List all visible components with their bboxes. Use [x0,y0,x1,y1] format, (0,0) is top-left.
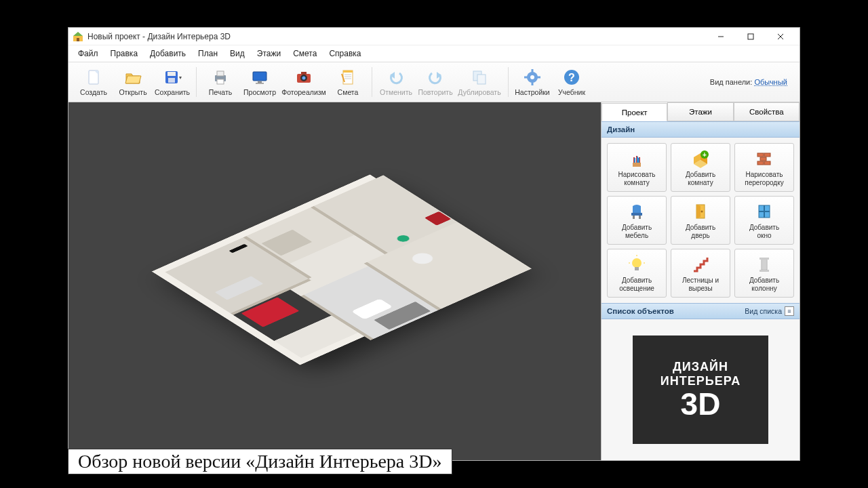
menubar: Файл Правка Добавить План Вид Этажи Смет… [68,45,800,62]
app-icon [73,31,83,42]
print-button[interactable]: Печать [201,64,240,100]
panel-mode: Вид панели: Обычный [710,78,794,86]
svg-rect-33 [532,69,534,73]
svg-rect-10 [167,72,176,76]
svg-rect-17 [256,83,264,84]
close-button[interactable] [766,28,795,45]
section-objects: Список объектов Вид списка ≡ [601,303,800,319]
add-room-icon: + [690,148,711,169]
menu-help[interactable]: Справка [323,47,366,60]
tutorial-button[interactable]: ? Учебник [552,64,591,100]
door-icon [690,201,711,222]
chair-icon [627,201,647,222]
gear-icon [523,68,542,87]
add-door-button[interactable]: Добавитьдверь [671,196,730,245]
new-icon [84,68,103,87]
photorealism-button[interactable]: Фотореализм [279,64,328,100]
window-title: Новый проект - Дизайн Интерьера 3D [87,32,706,41]
tool-grid: Нарисоватькомнату + Добавитькомнату Нари… [601,138,800,303]
add-furniture-button[interactable]: Добавитьмебель [607,196,667,245]
draw-room-button[interactable]: Нарисоватькомнату [607,143,667,192]
svg-point-20 [302,77,306,80]
svg-rect-51 [633,216,635,219]
stairs-icon [690,254,711,274]
menu-edit[interactable]: Правка [105,47,144,60]
object-list: ДИЗАЙН ИНТЕРЬЕРА 3D [601,319,800,460]
video-caption: Обзор новой версии «Дизайн Интерьера 3D» [68,449,452,474]
menu-add[interactable]: Добавить [144,47,191,60]
svg-rect-21 [301,72,307,75]
folder-icon [123,68,142,87]
preview-button[interactable]: Просмотр [240,64,279,100]
svg-rect-46 [764,153,770,157]
create-button[interactable]: Создать [74,64,113,100]
minimize-button[interactable] [706,28,736,45]
camera-icon [294,68,313,87]
svg-rect-39 [633,163,641,167]
3d-viewport[interactable] [68,102,601,460]
svg-rect-48 [757,161,764,165]
menu-estimate[interactable]: Смета [288,47,322,60]
add-column-button[interactable]: Добавитьколонну [734,249,794,298]
svg-marker-1 [73,32,83,36]
save-icon: ▾ [163,68,182,87]
menu-floors[interactable]: Этажи [252,47,286,60]
svg-rect-50 [631,213,642,216]
svg-rect-2 [77,38,79,41]
side-tabs: Проект Этажи Свойства [601,102,800,121]
svg-rect-16 [258,81,262,83]
duplicate-button[interactable]: Дублировать [455,64,504,100]
tab-project[interactable]: Проект [601,103,667,121]
duplicate-icon [470,68,489,87]
svg-point-59 [632,258,642,268]
main-area: Проект Этажи Свойства Дизайн Нарисоватьк… [68,102,800,460]
svg-rect-4 [748,34,753,39]
menu-plan[interactable]: План [193,47,223,60]
menu-view[interactable]: Вид [224,47,250,60]
add-window-button[interactable]: Добавитьокно [734,196,794,245]
toolbar: Создать Открыть ▾ Сохранить Печать [68,62,800,102]
redo-button[interactable]: Повторить [416,64,455,100]
svg-rect-66 [760,270,769,272]
open-button[interactable]: Открыть [113,64,153,100]
app-window: Новый проект - Дизайн Интерьера 3D Файл … [68,27,800,461]
redo-icon [426,68,445,87]
undo-icon [387,68,406,87]
add-room-button[interactable]: + Добавитькомнату [671,143,730,192]
titlebar: Новый проект - Дизайн Интерьера 3D [68,28,800,45]
svg-rect-36 [537,77,540,79]
stairs-button[interactable]: Лестницы ивырезы [671,249,730,298]
svg-rect-23 [343,70,353,73]
svg-rect-30 [477,75,486,84]
svg-rect-49 [764,161,770,165]
settings-button[interactable]: Настройки [513,64,552,100]
svg-point-55 [701,211,703,213]
list-view-icon[interactable]: ≡ [785,306,794,316]
add-light-button[interactable]: Добавитьосвещение [607,249,667,298]
monitor-icon [250,68,269,87]
svg-rect-60 [635,267,639,270]
maximize-button[interactable] [736,28,766,45]
logo-box: ДИЗАЙН ИНТЕРЬЕРА 3D [633,336,768,444]
dropdown-icon: ▾ [179,75,182,81]
wall-icon [754,148,774,169]
tab-properties[interactable]: Свойства [734,102,800,121]
svg-rect-45 [757,153,764,157]
svg-rect-15 [253,72,267,81]
svg-rect-52 [639,216,641,219]
svg-point-32 [530,75,534,79]
panel-mode-link[interactable]: Обычный [754,78,787,86]
menu-file[interactable]: Файл [73,47,104,60]
save-button[interactable]: ▾ Сохранить [153,64,192,100]
bulb-icon [627,254,647,274]
undo-button[interactable]: Отменить [376,64,416,100]
svg-text:?: ? [568,72,575,83]
brush-icon [627,148,647,169]
column-icon [754,254,774,274]
svg-rect-14 [217,79,224,84]
svg-rect-35 [524,77,528,79]
estimate-button[interactable]: Смета [328,64,368,100]
draw-partition-button[interactable]: Нарисоватьперегородку [734,143,794,192]
tab-floors[interactable]: Этажи [667,102,733,121]
list-view-label: Вид списка [745,307,782,315]
